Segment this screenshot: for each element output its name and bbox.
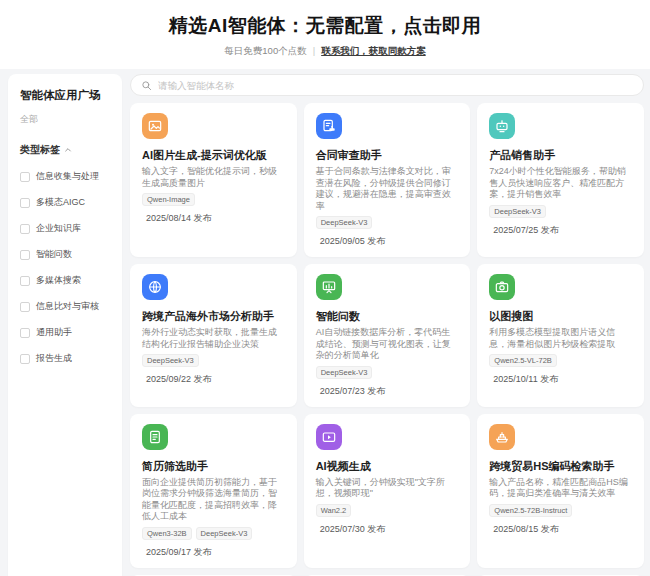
card-title: 跨境产品海外市场分析助手 <box>142 309 285 324</box>
model-tag: DeepSeek-V3 <box>316 366 373 379</box>
contract-stamp-icon <box>316 113 342 139</box>
card-publish-date: 2025/10/11 发布 <box>489 373 632 386</box>
card-date-text: 2025/08/15 发布 <box>493 523 559 536</box>
card-description: 输入关键词，分钟级实现"文字所想，视频即现" <box>316 477 459 500</box>
contact-link[interactable]: 联系我们，获取同款方案 <box>321 45 426 56</box>
sidebar-item-all[interactable]: 全部 <box>20 113 110 126</box>
sidebar-tag-item[interactable]: 报告生成 <box>20 352 110 365</box>
card-title: 产品销售助手 <box>489 148 632 163</box>
page-subtitle: 每日免费100个点数|联系我们，获取同款方案 <box>0 45 650 58</box>
chevron-up-icon[interactable] <box>64 146 72 154</box>
checkbox-icon[interactable] <box>20 172 30 182</box>
card-date-text: 2025/07/30 发布 <box>320 523 386 536</box>
chart-board-icon <box>316 274 342 300</box>
card-description: 海外行业动态实时获取，批量生成结构化行业报告辅助企业决策 <box>142 327 285 350</box>
sidebar-tag-item[interactable]: 智能问数 <box>20 248 110 261</box>
resume-icon <box>142 424 168 450</box>
card-publish-date: 2025/08/15 发布 <box>489 523 632 536</box>
model-tag: Wan2.2 <box>316 504 352 517</box>
tag-filter-list: 信息收集与处理 多模态AIGC 企业知识库 智能问数 多媒体搜索 信息比对与审核… <box>20 170 110 365</box>
agent-card[interactable]: 智能问数 AI自动链接数据库分析，零代码生成结论、预测与可视化图表，让复杂的分析… <box>304 264 471 407</box>
checkbox-icon[interactable] <box>20 276 30 286</box>
card-title: 智能问数 <box>316 309 459 324</box>
sidebar-tag-item[interactable]: 多媒体搜索 <box>20 274 110 287</box>
sidebar-tag-item[interactable]: 信息收集与处理 <box>20 170 110 183</box>
sidebar-tag-label: 通用助手 <box>36 326 72 339</box>
checkbox-icon[interactable] <box>20 224 30 234</box>
search-icon <box>141 80 152 91</box>
card-title: 简历筛选助手 <box>142 459 285 474</box>
agent-card[interactable]: AI视频生成 输入关键词，分钟级实现"文字所想，视频即现" Wan2.2 202… <box>304 414 471 568</box>
sidebar-tag-label: 报告生成 <box>36 352 72 365</box>
card-date-text: 2025/09/05 发布 <box>320 235 386 248</box>
model-tag: DeepSeek-V3 <box>489 205 546 218</box>
subtitle-divider: | <box>313 45 315 56</box>
model-tag: DeepSeek-V3 <box>142 354 199 367</box>
card-title: 以图搜图 <box>489 309 632 324</box>
sidebar-tag-label: 智能问数 <box>36 248 72 261</box>
agent-card[interactable]: 简历筛选助手 面向企业提供简历初筛能力，基于岗位需求分钟级筛选海量简历，智能量化… <box>130 414 297 568</box>
card-description: 基于合同条款与法律条文对比，审查潜在风险，分钟级提供合同修订建议，规避潜在隐患，… <box>316 166 459 212</box>
card-title: 合同审查助手 <box>316 148 459 163</box>
filter-label: 类型标签 <box>20 143 60 157</box>
search-input[interactable] <box>158 80 633 91</box>
card-date-text: 2025/09/17 发布 <box>146 546 212 559</box>
checkbox-icon[interactable] <box>20 198 30 208</box>
card-publish-date: 2025/09/22 发布 <box>142 373 285 386</box>
agent-card[interactable]: 跨境贸易HS编码检索助手 输入产品名称，精准匹配商品HS编码，提高归类准确率与清… <box>477 414 644 568</box>
card-description: AI自动链接数据库分析，零代码生成结论、预测与可视化图表，让复杂的分析简单化 <box>316 327 459 362</box>
sidebar-tag-label: 信息收集与处理 <box>36 170 99 183</box>
card-model-tags: Qwen3-32BDeepSeek-V3 <box>142 527 285 540</box>
model-tag: Qwen3-32B <box>142 527 192 540</box>
card-publish-date: 2025/07/23 发布 <box>316 385 459 398</box>
agent-card[interactable]: 产品销售助手 7x24小时个性化智能服务，帮助销售人员快速响应客户、精准匹配方案… <box>477 103 644 257</box>
agent-card[interactable]: AI图片生成-提示词优化版 输入文字，智能优化提示词，秒级生成高质量图片 Qwe… <box>130 103 297 257</box>
sidebar-tag-item[interactable]: 信息比对与审核 <box>20 300 110 313</box>
card-title: AI视频生成 <box>316 459 459 474</box>
card-model-tags: DeepSeek-V3 <box>316 216 459 229</box>
card-date-text: 2025/08/14 发布 <box>146 212 212 225</box>
sidebar-tag-label: 信息比对与审核 <box>36 300 99 313</box>
card-model-tags: DeepSeek-V3 <box>142 354 285 367</box>
cargo-ship-icon <box>489 424 515 450</box>
card-date-text: 2025/07/23 发布 <box>320 385 386 398</box>
sidebar-tag-item[interactable]: 通用助手 <box>20 326 110 339</box>
checkbox-icon[interactable] <box>20 302 30 312</box>
model-tag: Qwen2.5-VL-72B <box>489 354 557 367</box>
search-bar[interactable] <box>130 74 644 96</box>
agent-card[interactable]: 合同审查助手 基于合同条款与法律条文对比，审查潜在风险，分钟级提供合同修订建议，… <box>304 103 471 257</box>
sidebar-tag-item[interactable]: 多模态AIGC <box>20 196 110 209</box>
card-date-text: 2025/10/11 发布 <box>493 373 558 386</box>
robot-icon <box>489 113 515 139</box>
sidebar-tag-label: 企业知识库 <box>36 222 81 235</box>
agent-card-grid: AI图片生成-提示词优化版 输入文字，智能优化提示词，秒级生成高质量图片 Qwe… <box>130 103 644 576</box>
card-model-tags: DeepSeek-V3 <box>489 205 632 218</box>
main-panel: AI图片生成-提示词优化版 输入文字，智能优化提示词，秒级生成高质量图片 Qwe… <box>130 74 644 576</box>
card-date-text: 2025/09/22 发布 <box>146 373 212 386</box>
filter-section-header: 类型标签 <box>20 143 110 157</box>
checkbox-icon[interactable] <box>20 354 30 364</box>
content-area: 智能体应用广场 全部 类型标签 信息收集与处理 多模态AIGC 企业知识库 智能… <box>0 69 650 576</box>
card-model-tags: Qwen2.5-72B-Instruct <box>489 504 632 517</box>
card-publish-date: 2025/09/05 发布 <box>316 235 459 248</box>
card-title: AI图片生成-提示词优化版 <box>142 148 285 163</box>
globe-icon <box>142 274 168 300</box>
agent-card[interactable]: 跨境产品海外市场分析助手 海外行业动态实时获取，批量生成结构化行业报告辅助企业决… <box>130 264 297 407</box>
sidebar-tag-label: 多媒体搜索 <box>36 274 81 287</box>
agent-card[interactable]: 以图搜图 利用多模态模型提取图片语义信息，海量相似图片秒级检索提取 Qwen2.… <box>477 264 644 407</box>
picture-icon <box>142 113 168 139</box>
card-date-text: 2025/07/25 发布 <box>493 224 559 237</box>
sidebar-tag-item[interactable]: 企业知识库 <box>20 222 110 235</box>
card-model-tags: Wan2.2 <box>316 504 459 517</box>
page-title: 精选AI智能体：无需配置，点击即用 <box>0 13 650 39</box>
sidebar-tag-label: 多模态AIGC <box>36 196 85 209</box>
checkbox-icon[interactable] <box>20 250 30 260</box>
checkbox-icon[interactable] <box>20 328 30 338</box>
card-description: 面向企业提供简历初筛能力，基于岗位需求分钟级筛选海量简历，智能量化匹配度，提高招… <box>142 477 285 523</box>
card-title: 跨境贸易HS编码检索助手 <box>489 459 632 474</box>
model-tag: DeepSeek-V3 <box>196 527 253 540</box>
model-tag: Qwen2.5-72B-Instruct <box>489 504 572 517</box>
video-icon <box>316 424 342 450</box>
card-publish-date: 2025/07/25 发布 <box>489 224 632 237</box>
card-description: 利用多模态模型提取图片语义信息，海量相似图片秒级检索提取 <box>489 327 632 350</box>
